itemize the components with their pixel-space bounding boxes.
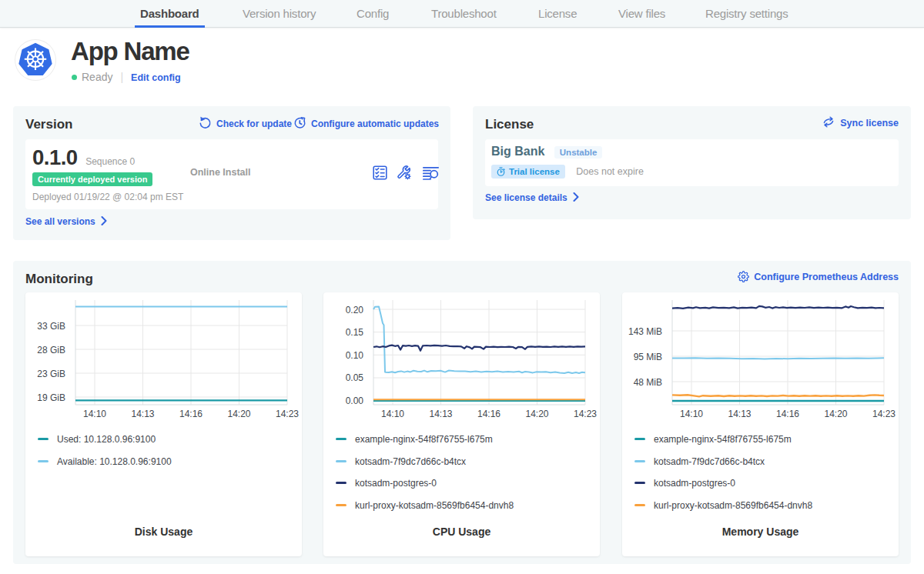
svg-text:14:23: 14:23 [276, 409, 299, 419]
svg-text:14:20: 14:20 [227, 409, 250, 419]
svg-text:0.15: 0.15 [346, 327, 364, 338]
svg-text:19 GiB: 19 GiB [37, 392, 65, 403]
svg-text:33 GiB: 33 GiB [37, 321, 65, 332]
svg-text:14:16: 14:16 [179, 409, 203, 419]
svg-text:14:23: 14:23 [574, 409, 597, 419]
svg-text:48 MiB: 48 MiB [634, 377, 662, 388]
svg-text:14:10: 14:10 [381, 409, 404, 419]
svg-text:0.05: 0.05 [346, 372, 364, 383]
svg-text:28 GiB: 28 GiB [37, 345, 65, 355]
svg-text:14:10: 14:10 [83, 409, 106, 419]
svg-text:14:20: 14:20 [824, 409, 847, 419]
svg-text:14:13: 14:13 [131, 409, 154, 419]
svg-text:0.00: 0.00 [346, 395, 364, 406]
svg-text:14:16: 14:16 [477, 409, 500, 419]
svg-text:14:16: 14:16 [776, 409, 799, 419]
svg-text:14:10: 14:10 [680, 409, 703, 419]
svg-text:23 GiB: 23 GiB [37, 369, 65, 379]
svg-text:14:23: 14:23 [872, 409, 896, 419]
svg-text:14:20: 14:20 [525, 409, 548, 419]
svg-text:14:13: 14:13 [429, 409, 452, 419]
svg-text:14:13: 14:13 [728, 409, 751, 419]
svg-text:143 MiB: 143 MiB [628, 326, 662, 337]
svg-text:0.20: 0.20 [346, 305, 364, 315]
svg-text:95 MiB: 95 MiB [634, 352, 662, 362]
svg-text:0.10: 0.10 [346, 350, 364, 361]
